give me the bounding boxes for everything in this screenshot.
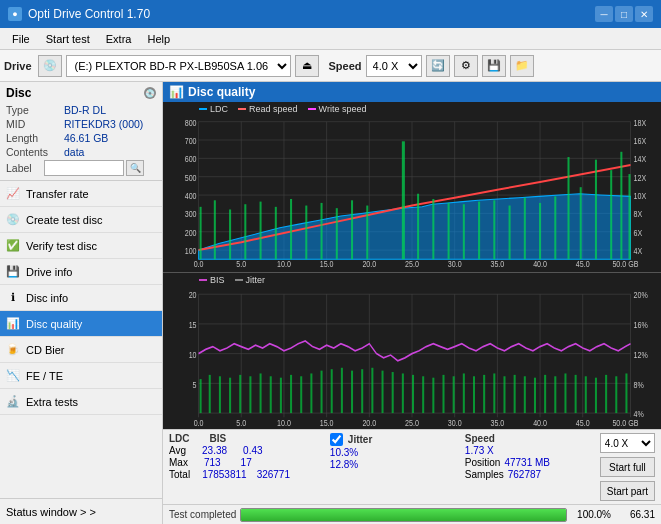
start-part-button[interactable]: Start part <box>600 481 655 501</box>
svg-text:6X: 6X <box>634 228 643 238</box>
start-full-button[interactable]: Start full <box>600 457 655 477</box>
save-button[interactable]: 📁 <box>510 55 534 77</box>
top-chart-svg: 800 700 600 500 400 300 200 100 18X 16X … <box>163 102 661 272</box>
svg-text:5.0: 5.0 <box>236 259 246 269</box>
total-label: Total <box>169 469 190 480</box>
status-window-btn[interactable]: Status window > > <box>0 498 162 524</box>
status-window-label: Status window > > <box>6 506 96 518</box>
total-samples-val: 762787 <box>508 469 541 480</box>
svg-text:12%: 12% <box>634 349 649 360</box>
svg-rect-129 <box>575 375 577 413</box>
minimize-button[interactable]: ─ <box>595 6 613 22</box>
max-bis-val: 17 <box>241 457 252 468</box>
write-dot <box>308 108 316 110</box>
disc-label-input[interactable] <box>44 160 124 176</box>
svg-rect-92 <box>200 379 202 413</box>
write-label: Write speed <box>319 104 367 114</box>
nav-verify-test-disc[interactable]: ✅ Verify test disc <box>0 233 162 259</box>
svg-text:20: 20 <box>189 290 197 301</box>
samples-label: Samples <box>465 469 504 480</box>
nav-disc-info[interactable]: ℹ Disc info <box>0 285 162 311</box>
svg-text:800: 800 <box>185 118 197 128</box>
chart-header-icon: 📊 <box>169 85 184 99</box>
disc-header: Disc 💿 <box>6 86 156 100</box>
disc-button[interactable]: 💾 <box>482 55 506 77</box>
svg-text:200: 200 <box>185 228 197 238</box>
svg-rect-46 <box>610 170 612 259</box>
eject-button[interactable]: ⏏ <box>295 55 319 77</box>
svg-rect-47 <box>620 152 622 259</box>
svg-rect-29 <box>336 208 338 259</box>
svg-rect-27 <box>305 206 307 260</box>
nav-drive-info-label: Drive info <box>26 266 72 278</box>
total-ldc-val: 17853811 <box>202 469 247 480</box>
label-btn[interactable]: 🔍 <box>126 160 144 176</box>
maximize-button[interactable]: □ <box>615 6 633 22</box>
stats-jitter-col: Jitter 10.3% 12.8% <box>330 433 459 501</box>
svg-rect-130 <box>585 377 587 414</box>
svg-text:15.0: 15.0 <box>320 259 334 269</box>
svg-rect-43 <box>567 157 569 259</box>
top-chart-area: LDC Read speed Write speed <box>163 102 661 272</box>
menu-extra[interactable]: Extra <box>98 31 140 47</box>
transfer-rate-icon: 📈 <box>6 187 20 201</box>
svg-rect-118 <box>463 374 465 414</box>
menu-help[interactable]: Help <box>139 31 178 47</box>
window-controls: ─ □ ✕ <box>595 6 653 22</box>
progress-bar-inner <box>241 509 566 521</box>
avg-speed-val: 1.73 X <box>465 445 594 456</box>
svg-text:30.0: 30.0 <box>448 417 462 428</box>
svg-rect-132 <box>605 375 607 413</box>
svg-rect-119 <box>473 377 475 414</box>
nav-drive-info[interactable]: 💾 Drive info <box>0 259 162 285</box>
svg-rect-115 <box>432 378 434 413</box>
svg-rect-40 <box>524 198 526 260</box>
nav-transfer-rate[interactable]: 📈 Transfer rate <box>0 181 162 207</box>
bis-header: BIS <box>210 433 227 444</box>
read-label: Read speed <box>249 104 298 114</box>
avg-label: Avg <box>169 445 186 456</box>
svg-rect-28 <box>321 203 323 259</box>
svg-text:0.0: 0.0 <box>194 259 204 269</box>
refresh-button[interactable]: 🔄 <box>426 55 450 77</box>
svg-rect-36 <box>463 204 465 259</box>
drive-icon-btn[interactable]: 💿 <box>38 55 62 77</box>
stats-speed-select[interactable]: 4.0 X <box>600 433 655 453</box>
chart-header: 📊 Disc quality <box>163 82 661 102</box>
chart-title: Disc quality <box>188 85 255 99</box>
max-label: Max <box>169 457 188 468</box>
drive-select[interactable]: (E:) PLEXTOR BD-R PX-LB950SA 1.06 <box>66 55 291 77</box>
menu-file[interactable]: File <box>4 31 38 47</box>
svg-text:20%: 20% <box>634 290 649 301</box>
disc-contents-key: Contents <box>6 146 64 158</box>
nav-disc-quality[interactable]: 📊 Disc quality <box>0 311 162 337</box>
menu-start-test[interactable]: Start test <box>38 31 98 47</box>
disc-mid-val: RITEKDR3 (000) <box>64 118 143 130</box>
svg-rect-121 <box>493 374 495 414</box>
svg-text:30.0: 30.0 <box>448 259 462 269</box>
close-button[interactable]: ✕ <box>635 6 653 22</box>
legend-read: Read speed <box>238 104 298 114</box>
svg-rect-35 <box>448 203 450 259</box>
jitter-checkbox[interactable] <box>330 433 343 446</box>
speed-select[interactable]: 4.0 X <box>366 55 422 77</box>
disc-mid-row: MID RITEKDR3 (000) <box>6 118 156 130</box>
app-title: Opti Drive Control 1.70 <box>28 7 150 21</box>
charts-container: LDC Read speed Write speed <box>163 102 661 429</box>
disc-panel: Disc 💿 Type BD-R DL MID RITEKDR3 (000) L… <box>0 82 162 181</box>
svg-rect-25 <box>275 207 277 259</box>
svg-rect-30 <box>351 200 353 259</box>
nav-create-test-disc[interactable]: 💿 Create test disc <box>0 207 162 233</box>
svg-text:15.0: 15.0 <box>320 417 334 428</box>
svg-text:700: 700 <box>185 136 197 146</box>
nav-extra-tests[interactable]: 🔬 Extra tests <box>0 389 162 415</box>
nav-fe-te[interactable]: 📉 FE / TE <box>0 363 162 389</box>
svg-rect-117 <box>453 377 455 414</box>
disc-contents-row: Contents data <box>6 146 156 158</box>
svg-rect-114 <box>422 377 424 414</box>
svg-rect-38 <box>493 200 495 259</box>
svg-text:400: 400 <box>185 191 197 201</box>
nav-cd-bier[interactable]: 🍺 CD Bier <box>0 337 162 363</box>
settings-button[interactable]: ⚙ <box>454 55 478 77</box>
progress-extra: 66.31 <box>615 509 655 520</box>
